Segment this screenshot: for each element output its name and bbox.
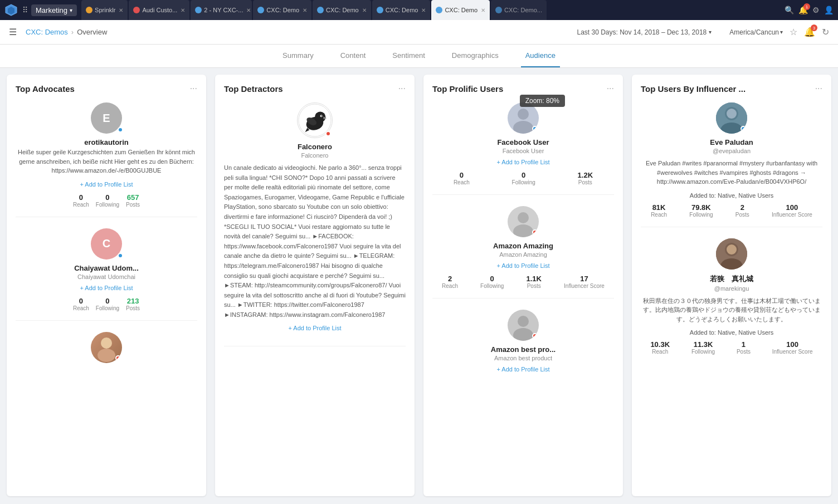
svg-point-12 xyxy=(518,109,529,120)
tab-close[interactable]: ✕ xyxy=(119,7,123,13)
hamburger-menu[interactable]: ☰ xyxy=(9,27,17,37)
column-title: Top Users By Influencer ... xyxy=(641,84,746,94)
star-icon[interactable]: ☆ xyxy=(790,27,797,37)
stat-following: 0 Following xyxy=(96,193,119,208)
nav-tab-cxc-active[interactable]: CXC: Demo ✕ xyxy=(431,0,490,20)
breadcrumb-separator: › xyxy=(71,28,74,36)
stat-label: Reach xyxy=(73,202,89,208)
tab-close[interactable]: ✕ xyxy=(481,7,485,13)
user-name: 若狭 真礼城 xyxy=(641,274,822,284)
tab-icon xyxy=(377,7,383,13)
stat-label: Posts xyxy=(735,212,749,218)
add-profile-link[interactable]: + Add to Profile List xyxy=(432,159,614,165)
stat-reach: 0 Reach xyxy=(454,171,470,185)
app-logo[interactable] xyxy=(4,3,18,17)
platform-badge xyxy=(118,127,123,133)
tab-close[interactable]: ✕ xyxy=(421,7,426,13)
stats-row: 0 Reach 0 Following 1.2K Posts xyxy=(432,171,614,185)
column-header: Top Advocates ··· xyxy=(16,84,197,94)
user-card: E erotikautorin Heiße super geile Kurzge… xyxy=(16,102,197,217)
add-profile-link[interactable]: + Add to Profile List xyxy=(16,181,197,188)
column-menu-button[interactable]: ··· xyxy=(815,84,822,94)
tab-label: CXC: Demo xyxy=(326,7,359,13)
stat-following: 79.8K Following xyxy=(689,203,713,218)
column-header: Top Prolific Users ··· xyxy=(432,84,614,94)
user-handle: Facebook User xyxy=(432,148,614,154)
nav-tab-cxc1[interactable]: CXC: Demo ✕ xyxy=(253,0,311,20)
add-profile-link[interactable]: + Add to Profile List xyxy=(224,325,406,331)
tab-sentiment[interactable]: Sentiment xyxy=(388,45,430,67)
svg-point-16 xyxy=(518,316,529,327)
column-menu-button[interactable]: ··· xyxy=(607,84,614,94)
add-profile-link[interactable]: + Add to Profile List xyxy=(432,366,614,373)
svg-point-9 xyxy=(321,115,322,116)
user-card: Amazon best pro... Amazon best product +… xyxy=(432,310,614,387)
main-content: Top Advocates ··· E erotikautorin Heiße … xyxy=(0,68,838,503)
column-menu-button[interactable]: ··· xyxy=(190,84,197,94)
avatar xyxy=(716,102,747,134)
tab-close[interactable]: ✕ xyxy=(362,7,367,13)
tab-close[interactable]: ✕ xyxy=(246,7,251,13)
user-card: Amazon Amazing Amazon Amazing + Add to P… xyxy=(432,206,614,299)
stat-value: 0 xyxy=(73,297,89,305)
tab-label: CXC: Demo xyxy=(445,7,478,13)
bell-icon[interactable]: 🔔3 xyxy=(804,27,815,37)
tab-demographics[interactable]: Demographics xyxy=(447,45,503,67)
stat-influencer: 17 Influencer Score xyxy=(564,275,605,289)
stat-value: 657 xyxy=(126,193,140,202)
stat-label: Influencer Score xyxy=(772,349,813,355)
stat-value: 17 xyxy=(564,275,605,283)
tab-icon xyxy=(436,7,442,13)
stat-posts: 657 Posts xyxy=(126,193,140,208)
stat-value: 1 xyxy=(737,340,751,349)
tab-label: Audi Custo... xyxy=(142,7,177,13)
breadcrumb-current: Overview xyxy=(77,28,107,36)
nav-tab-cxc-extra[interactable]: CXC: Demo... xyxy=(491,0,547,20)
tab-label: Sprinklr xyxy=(95,7,115,13)
settings-icon[interactable]: ⚙ xyxy=(812,6,820,14)
tab-close[interactable]: ✕ xyxy=(181,7,185,13)
stat-following: 0 Following xyxy=(96,297,119,311)
tab-summary[interactable]: Summary xyxy=(278,45,318,67)
content-tabs: Summary Content Sentiment Demographics A… xyxy=(0,45,838,68)
user-name: Falconero xyxy=(224,143,406,151)
refresh-icon[interactable]: ↻ xyxy=(822,27,829,37)
nav-tab-sprinklr[interactable]: Sprinklr ✕ xyxy=(81,0,128,20)
avatar xyxy=(508,310,539,341)
date-range-selector[interactable]: Last 30 Days: Nov 14, 2018 – Dec 13, 201… xyxy=(572,26,716,38)
column-menu-button[interactable]: ··· xyxy=(398,84,406,94)
nav-tab-cxc3[interactable]: CXC: Demo ✕ xyxy=(372,0,431,20)
stat-following: 0 Following xyxy=(512,171,535,185)
platform-badge xyxy=(532,333,538,339)
brand-label: Marketing xyxy=(36,6,67,14)
user-bio: Un canale dedicato ai videogiochi. Ne pa… xyxy=(224,163,406,319)
stat-value: 213 xyxy=(126,297,140,305)
timezone-selector[interactable]: America/Cancun ▾ xyxy=(729,28,783,36)
nav-tab-ny[interactable]: 2 - NY CXC-... ✕ xyxy=(191,0,252,20)
stats-row: 0 Reach 0 Following 657 Posts xyxy=(16,193,197,208)
date-range-chevron: ▾ xyxy=(709,29,712,35)
stat-value: 100 xyxy=(772,340,813,349)
tab-close[interactable]: ✕ xyxy=(303,7,307,13)
brand-selector[interactable]: Marketing ▾ xyxy=(31,4,77,16)
column-title: Top Prolific Users xyxy=(432,84,503,94)
tab-audience[interactable]: Audience xyxy=(521,45,560,67)
user-handle: Amazon Amazing xyxy=(432,251,614,258)
stat-reach: 0 Reach xyxy=(73,297,89,311)
search-icon[interactable]: 🔍 xyxy=(785,6,794,14)
stat-label: Reach xyxy=(651,212,667,218)
user-icon[interactable]: 👤 xyxy=(824,6,834,14)
stat-posts: 213 Posts xyxy=(126,297,140,311)
add-profile-link[interactable]: + Add to Profile List xyxy=(432,262,614,269)
notifications-icon[interactable]: 🔔1 xyxy=(798,6,808,14)
add-profile-link[interactable]: + Add to Profile List xyxy=(16,285,197,291)
nav-tab-cxc2[interactable]: CXC: Demo ✕ xyxy=(313,0,371,20)
breadcrumb-root[interactable]: CXC: Demos xyxy=(26,28,68,36)
stat-posts: 2 Posts xyxy=(735,203,749,218)
grid-icon[interactable]: ⠿ xyxy=(22,6,28,14)
stat-value: 0 xyxy=(96,193,119,202)
stat-label: Reach xyxy=(454,179,470,185)
column-title: Top Detractors xyxy=(224,84,283,94)
tab-content[interactable]: Content xyxy=(336,45,371,67)
nav-tab-audi[interactable]: Audi Custo... ✕ xyxy=(129,0,189,20)
